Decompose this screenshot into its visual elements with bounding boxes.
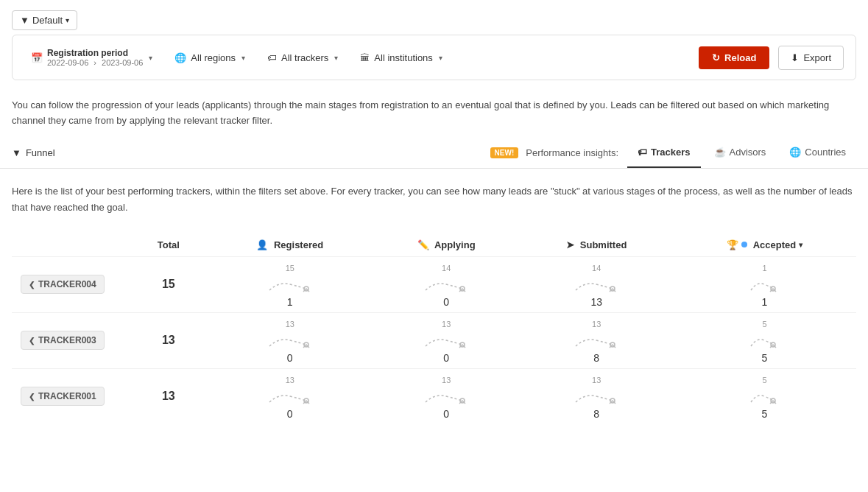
tracker-name-cell: ❮ TRACKER001 <box>12 368 130 424</box>
submitted-value: 8 <box>529 352 664 364</box>
trackers-label: Trackers <box>651 147 691 158</box>
tracker-submitted: 14 13 <box>521 256 673 312</box>
export-label: Export <box>803 52 831 63</box>
chevron-left-icon: ❮ <box>29 337 35 345</box>
registration-period-text: Registration period 2022-09-06 › 2023-09… <box>47 48 143 67</box>
default-label: Default <box>32 15 63 26</box>
tab-countries[interactable]: 🌐 Countries <box>779 138 856 168</box>
funnel-icon: ▼ <box>12 147 21 158</box>
filter-bar-top: ▼ Default ▾ <box>12 6 856 35</box>
default-filter-button[interactable]: ▼ Default ▾ <box>12 10 77 30</box>
tag-icon: 🏷 <box>267 52 277 63</box>
sparkline-submitted: 13 <box>574 320 618 351</box>
tracker-badge[interactable]: ❮ TRACKER004 <box>21 275 105 294</box>
institution-icon: 🏛 <box>360 52 370 63</box>
globe-icon: 🌐 <box>174 52 186 63</box>
filter-bar-wrapper: ▼ Default ▾ 📅 Registration period 2022-0… <box>0 0 868 80</box>
applying-value: 0 <box>381 408 512 420</box>
registration-period-filter[interactable]: 📅 Registration period 2022-09-06 › 2023-… <box>24 44 159 71</box>
tracker-total: 13 <box>130 312 208 368</box>
sparkline-registered: 13 <box>268 320 312 351</box>
reg-period-range: 2022-09-06 › 2023-09-06 <box>47 58 143 67</box>
page-description: You can follow the progression of your l… <box>0 89 868 138</box>
reg-period-label: Registration period <box>47 48 143 58</box>
chevron-down-icon: ▾ <box>439 54 442 62</box>
tracker-total: 13 <box>130 368 208 424</box>
col-accepted-header: 🏆 Accepted ▾ <box>673 233 856 257</box>
submitted-header-label: Submitted <box>580 239 627 250</box>
content-area: Here is the list of your best performing… <box>0 169 868 439</box>
sparkline-applying: 13 <box>424 376 468 407</box>
export-icon: ⬇ <box>791 52 799 63</box>
pencil-icon: ✏️ <box>417 239 429 250</box>
tracker-submitted: 13 8 <box>521 368 673 424</box>
content-description: Here is the list of your best performing… <box>12 183 856 216</box>
tab-advisors[interactable]: ☕ Advisors <box>704 138 777 168</box>
table-row: ❮ TRACKER004 15 15 1 14 0 <box>12 256 856 312</box>
applying-value: 0 <box>381 352 512 364</box>
globe-icon: 🌐 <box>789 147 801 158</box>
tracker-name: TRACKER004 <box>38 279 96 289</box>
registered-value: 0 <box>216 352 364 364</box>
tracker-registered: 13 0 <box>208 368 373 424</box>
all-trackers-filter[interactable]: 🏷 All trackers ▾ <box>261 49 345 67</box>
person-icon: 👤 <box>256 239 268 250</box>
registered-value: 0 <box>216 408 364 420</box>
tracker-name-cell: ❮ TRACKER004 <box>12 256 130 312</box>
tab-funnel[interactable]: ▼ Funnel <box>12 138 67 167</box>
new-badge: NEW! <box>490 147 519 158</box>
all-regions-label: All regions <box>191 52 236 63</box>
registered-value: 1 <box>216 296 364 308</box>
chevron-down-icon: ▾ <box>149 54 152 62</box>
accepted-value: 5 <box>682 408 847 420</box>
all-regions-filter[interactable]: 🌐 All regions ▾ <box>168 49 252 67</box>
tracker-accepted: 5 5 <box>673 368 856 424</box>
funnel-label: Funnel <box>26 147 55 158</box>
applying-value: 0 <box>381 296 512 308</box>
sparkline-applying: 14 <box>424 264 468 295</box>
sparkline-registered: 15 <box>268 264 312 295</box>
sparkline-accepted: 5 <box>749 376 779 407</box>
chevron-down-icon: ▾ <box>799 241 802 249</box>
tracker-name-cell: ❮ TRACKER003 <box>12 312 130 368</box>
all-institutions-filter[interactable]: 🏛 All institutions ▾ <box>353 49 448 67</box>
tag-icon: 🏷 <box>638 147 647 158</box>
chevron-down-icon: ▾ <box>66 16 69 24</box>
tracker-badge[interactable]: ❮ TRACKER001 <box>21 387 105 406</box>
sparkline-accepted: 5 <box>749 320 779 351</box>
table-body: ❮ TRACKER004 15 15 1 14 0 <box>12 256 856 424</box>
description-text: You can follow the progression of your l… <box>12 99 829 126</box>
reg-to: 2023-09-06 <box>102 58 143 67</box>
tracker-accepted: 1 1 <box>673 256 856 312</box>
table-header-row: Total 👤 Registered ✏️ Applying ➤ Submitt… <box>12 233 856 257</box>
calendar-icon: 📅 <box>31 52 43 63</box>
section-tabs-wrapper: ▼ Funnel NEW! Performance insights: 🏷 Tr… <box>0 138 868 169</box>
accepted-value: 1 <box>682 296 847 308</box>
accepted-value: 5 <box>682 352 847 364</box>
col-applying-header: ✏️ Applying <box>373 233 521 257</box>
col-submitted-header: ➤ Submitted <box>521 233 673 257</box>
col-total-header: Total <box>130 233 208 257</box>
tracker-name: TRACKER001 <box>38 391 96 401</box>
sparkline-submitted: 13 <box>574 376 618 407</box>
tracker-registered: 13 0 <box>208 312 373 368</box>
reload-button[interactable]: ↻ Reload <box>699 46 769 69</box>
sparkline-submitted: 14 <box>574 264 618 295</box>
reg-arrow: › <box>93 58 96 67</box>
section-tabs: ▼ Funnel NEW! Performance insights: 🏷 Tr… <box>12 138 856 168</box>
filter-row: 📅 Registration period 2022-09-06 › 2023-… <box>12 35 856 80</box>
accepted-dot <box>741 242 747 247</box>
tracker-applying: 13 0 <box>373 312 521 368</box>
reg-from: 2022-09-06 <box>47 58 88 67</box>
tabs-right: NEW! Performance insights: 🏷 Trackers ☕ … <box>490 138 856 168</box>
total-header-label: Total <box>158 239 180 250</box>
chevron-down-icon: ▾ <box>241 54 245 62</box>
chevron-down-icon: ▾ <box>334 54 338 62</box>
tab-trackers[interactable]: 🏷 Trackers <box>627 138 701 168</box>
advisor-icon: ☕ <box>714 147 726 158</box>
tracker-badge[interactable]: ❮ TRACKER003 <box>21 331 105 350</box>
tracker-applying: 13 0 <box>373 368 521 424</box>
export-button[interactable]: ⬇ Export <box>778 46 844 70</box>
accepted-header-label: Accepted <box>753 239 797 250</box>
all-trackers-label: All trackers <box>281 52 328 63</box>
